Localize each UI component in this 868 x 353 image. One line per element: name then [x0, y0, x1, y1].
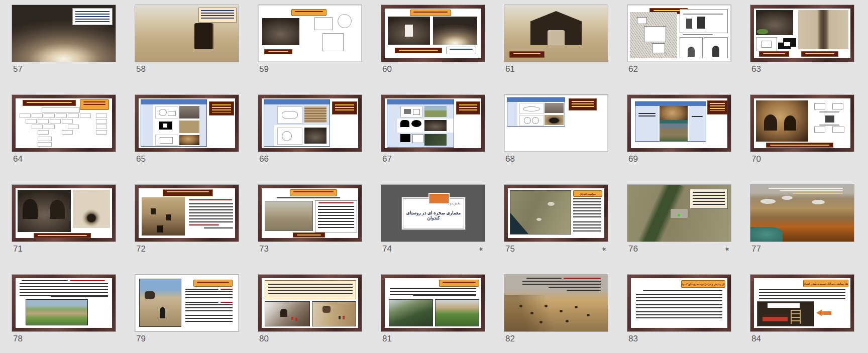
slide-59-thumbnail[interactable] [258, 5, 362, 62]
slide-66-thumbnail[interactable] [258, 95, 362, 152]
drawing-cell [519, 115, 544, 126]
slide-71-thumbnail[interactable] [12, 185, 116, 242]
slide-cell-71: 71 [12, 185, 116, 254]
slide-84-thumbnail[interactable]: علل پیدایش و مراحل توسعه روستای کندوان [750, 275, 854, 331]
caption-bar: موقعیت کندوان [573, 190, 602, 197]
slide-72-thumbnail[interactable] [135, 185, 239, 242]
slide-79-thumbnail[interactable] [135, 275, 239, 331]
org-chart-node [44, 125, 55, 129]
diagram-image [825, 115, 834, 123]
drawing-shape [762, 41, 772, 48]
caption-bar [509, 51, 545, 58]
photo-cell [660, 106, 688, 124]
text-block [268, 284, 353, 296]
text-line [549, 287, 601, 288]
drawing-cell [155, 135, 178, 146]
slide-81-thumbnail[interactable] [381, 275, 485, 331]
caption-text-line [654, 10, 684, 11]
slide-78-thumbnail[interactable] [12, 275, 116, 331]
heading-line [22, 280, 68, 281]
slide-61-thumbnail[interactable] [504, 5, 608, 62]
drawing-shape [404, 109, 411, 114]
person-figure [339, 316, 341, 319]
caption-text-line [83, 104, 105, 105]
photo-cell [304, 128, 327, 144]
slide-83-thumbnail[interactable]: علل پیدایش و مراحل توسعه روستای کندوان [627, 275, 731, 331]
slide-58-thumbnail[interactable] [135, 5, 239, 62]
slide-cell-62: 62 [627, 5, 731, 74]
slide-70-thumbnail[interactable] [750, 95, 854, 152]
slide-75-thumbnail[interactable]: موقعیت کندوان [504, 185, 608, 242]
cave-hole [545, 305, 548, 307]
slide-69-thumbnail[interactable] [627, 95, 731, 152]
location-marker [678, 214, 680, 216]
caption-text: علل پیدایش و مراحل توسعه روستای کندوان [682, 281, 725, 287]
slide-number: 66 [259, 154, 269, 164]
table-header [387, 100, 454, 104]
slide-number: 64 [13, 154, 23, 164]
caption-bar [193, 280, 233, 287]
cave-photo [18, 190, 71, 232]
slide-60-thumbnail[interactable] [381, 5, 485, 62]
slide-cell-57: 57 [12, 5, 116, 74]
doorway-light [405, 25, 413, 37]
slide-number: 62 [628, 64, 638, 74]
slide-65-thumbnail[interactable] [135, 95, 239, 152]
cave-photo [756, 100, 808, 142]
caption-text-line [770, 145, 829, 146]
slide-63-thumbnail[interactable] [750, 5, 854, 62]
slide-64-thumbnail[interactable] [12, 95, 116, 152]
person-figure [160, 307, 165, 318]
drawing-cell [519, 103, 544, 114]
slide-82-thumbnail[interactable] [504, 275, 608, 331]
slide-number: 63 [751, 64, 761, 74]
text-lead-line [221, 302, 233, 303]
drawing-cell [400, 106, 422, 117]
snow-patch [812, 200, 825, 204]
animation-star-icon[interactable]: ★ [478, 245, 484, 253]
slide-number: 68 [505, 154, 515, 164]
slide-57-thumbnail[interactable] [12, 5, 116, 62]
slide-67-thumbnail[interactable] [381, 95, 485, 152]
water-reflection [660, 120, 688, 124]
caption-text-line [167, 191, 209, 192]
org-chart-node [96, 113, 107, 118]
slide-73-thumbnail[interactable] [258, 185, 362, 242]
slide-74-thumbnail[interactable]: بخش دوم : معماری صخره ای در روستای کندوا… [381, 185, 485, 242]
slide-number: 76 [628, 244, 638, 254]
slide-cell-81: 81 [381, 275, 485, 344]
slide-number: 69 [628, 154, 638, 164]
text-block [522, 281, 601, 285]
drawing-cell [277, 128, 302, 145]
org-chart-node [32, 125, 43, 129]
satellite-photo [510, 190, 571, 234]
caption-text-lines [710, 103, 725, 111]
drawing-cell [277, 106, 302, 124]
caption-bar [293, 232, 325, 238]
caption-text: علل پیدایش و مراحل توسعه روستای کندوان [804, 280, 848, 287]
text-line [277, 197, 340, 198]
diagram-connector [819, 125, 839, 126]
site-plan-drawing [630, 12, 677, 58]
slide-cell-82: 82 [504, 275, 608, 344]
slide-80-thumbnail[interactable] [258, 275, 362, 331]
photo-cell [660, 124, 688, 141]
caption-bar [456, 101, 480, 114]
slide-76-thumbnail[interactable] [627, 185, 731, 242]
slide-68-thumbnail[interactable] [504, 95, 608, 152]
animation-star-icon[interactable]: ★ [601, 245, 607, 253]
overlay-text-line [769, 188, 843, 189]
slide-62-thumbnail[interactable] [627, 5, 731, 62]
slide-cell-63: 63 [750, 5, 854, 74]
drawing-arch [712, 46, 719, 57]
carved-doorway [194, 23, 212, 49]
caption-bar: علل پیدایش و مراحل توسعه روستای کندوان [681, 280, 725, 288]
slide-cell-59: 59 [258, 5, 362, 74]
table-header [507, 98, 565, 102]
slide-number: 79 [136, 334, 146, 344]
animation-star-icon[interactable]: ★ [724, 245, 730, 253]
slide-cell-66: 66 [258, 95, 362, 164]
plan-drawing [309, 11, 358, 56]
drawing-doorway [697, 17, 705, 29]
slide-77-thumbnail[interactable] [750, 185, 854, 242]
